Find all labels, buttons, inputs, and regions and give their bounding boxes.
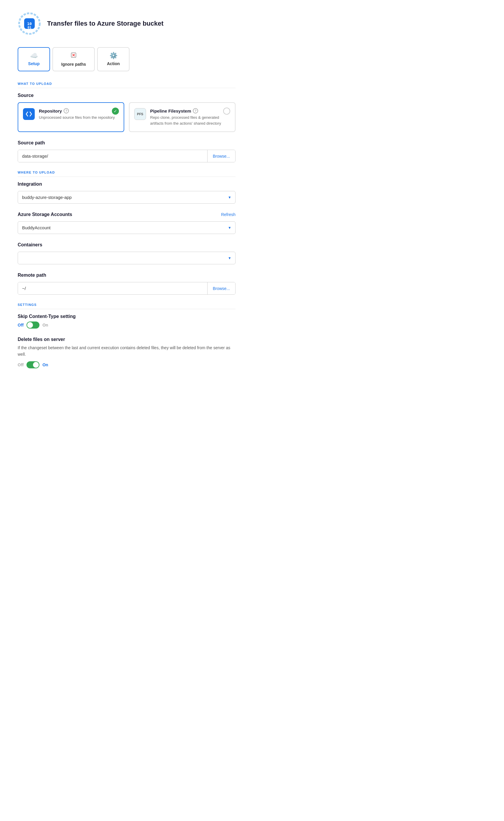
tab-action-icon: ⚙️ <box>110 52 117 59</box>
skip-content-type-toggle-row: Off On <box>18 322 236 329</box>
containers-label: Containers <box>18 242 236 248</box>
delete-files-title: Delete files on server <box>18 337 236 342</box>
where-to-upload-label: WHERE TO UPLOAD <box>18 170 236 177</box>
delete-files-item: Delete files on server If the changeset … <box>18 337 236 368</box>
tab-setup-icon: ☁️ <box>30 52 38 59</box>
repository-help-icon[interactable]: ? <box>64 108 69 113</box>
pipeline-fs-content: Pipeline Filesystem ? Repo clone, proces… <box>150 108 230 126</box>
azure-storage-label: Azure Storage Accounts <box>18 212 72 217</box>
source-path-input[interactable] <box>18 150 207 162</box>
what-to-upload-section: WHAT TO UPLOAD Source Repository ? Unpro… <box>18 82 236 162</box>
remote-path-browse-button[interactable]: Browse... <box>207 282 235 294</box>
azure-storage-select[interactable]: BuddyAccount <box>18 221 236 234</box>
source-card-repository[interactable]: Repository ? Unprocessed source files fr… <box>18 102 124 132</box>
repository-title: Repository ? <box>39 108 119 113</box>
azure-storage-select-wrapper: BuddyAccount ▼ <box>18 221 236 234</box>
skip-content-type-item: Skip Content-Type setting Off On <box>18 314 236 329</box>
pipeline-fs-title: Pipeline Filesystem ? <box>150 108 230 113</box>
source-path-browse-button[interactable]: Browse... <box>207 150 235 162</box>
integration-select-wrapper: buddy-azure-storage-app ▼ <box>18 191 236 203</box>
pipeline-fs-help-icon[interactable]: ? <box>193 108 198 113</box>
what-to-upload-label: WHAT TO UPLOAD <box>18 82 236 88</box>
delete-files-toggle[interactable] <box>26 361 39 368</box>
remote-path-input[interactable] <box>18 282 207 294</box>
integration-select[interactable]: buddy-azure-storage-app <box>18 191 236 203</box>
azure-storage-header: Azure Storage Accounts Refresh <box>18 212 236 217</box>
delete-files-desc: If the changeset between the last and cu… <box>18 345 236 358</box>
integration-label: Integration <box>18 181 236 187</box>
skip-content-type-off-label: Off <box>18 323 24 327</box>
repository-desc: Unprocessed source files from the reposi… <box>39 115 119 120</box>
skip-content-type-title: Skip Content-Type setting <box>18 314 236 319</box>
tab-setup-label: Setup <box>28 61 40 66</box>
skip-content-type-on-label: On <box>42 323 48 327</box>
app-icon: 10 01 <box>18 12 41 35</box>
containers-select[interactable] <box>18 252 236 264</box>
where-to-upload-section: WHERE TO UPLOAD Integration buddy-azure-… <box>18 170 236 295</box>
source-card-pipeline-fs[interactable]: PFS Pipeline Filesystem ? Repo clone, pr… <box>129 102 236 132</box>
settings-label: SETTINGS <box>18 303 236 309</box>
remote-path-label: Remote path <box>18 273 236 278</box>
delete-files-off-label: Off <box>18 363 24 367</box>
tab-setup[interactable]: ☁️ Setup <box>18 47 50 71</box>
pipeline-fs-check-icon <box>223 107 230 115</box>
repository-check-icon: ✓ <box>112 107 119 115</box>
source-path-field: Browse... <box>18 150 236 162</box>
tab-ignore-icon <box>70 52 77 60</box>
containers-select-wrapper: ▼ <box>18 252 236 264</box>
svg-text:01: 01 <box>27 26 31 29</box>
page-header: 10 01 Transfer files to Azure Storage bu… <box>18 12 236 35</box>
pipeline-fs-icon: PFS <box>134 108 146 120</box>
source-label: Source <box>18 93 236 98</box>
skip-content-type-toggle[interactable] <box>26 322 39 329</box>
tab-ignore-label: Ignore paths <box>61 62 86 67</box>
refresh-link[interactable]: Refresh <box>221 212 236 217</box>
tab-action-label: Action <box>107 61 120 66</box>
tab-ignore-paths[interactable]: Ignore paths <box>52 47 95 71</box>
repository-icon <box>23 108 35 120</box>
pipeline-fs-desc: Repo clone, processed files & generated … <box>150 115 230 126</box>
delete-files-knob <box>33 362 39 368</box>
source-cards: Repository ? Unprocessed source files fr… <box>18 102 236 132</box>
tab-bar: ☁️ Setup Ignore paths ⚙️ Action <box>18 47 236 71</box>
repository-content: Repository ? Unprocessed source files fr… <box>39 108 119 120</box>
svg-text:10: 10 <box>27 21 32 26</box>
delete-files-on-label: On <box>42 363 48 367</box>
source-path-label: Source path <box>18 140 236 145</box>
remote-path-field: Browse... <box>18 282 236 295</box>
page-title: Transfer files to Azure Storage bucket <box>47 20 163 27</box>
settings-section: SETTINGS Skip Content-Type setting Off O… <box>18 303 236 368</box>
delete-files-toggle-row: Off On <box>18 361 236 368</box>
tab-action[interactable]: ⚙️ Action <box>97 47 130 71</box>
skip-content-type-knob <box>27 322 33 328</box>
